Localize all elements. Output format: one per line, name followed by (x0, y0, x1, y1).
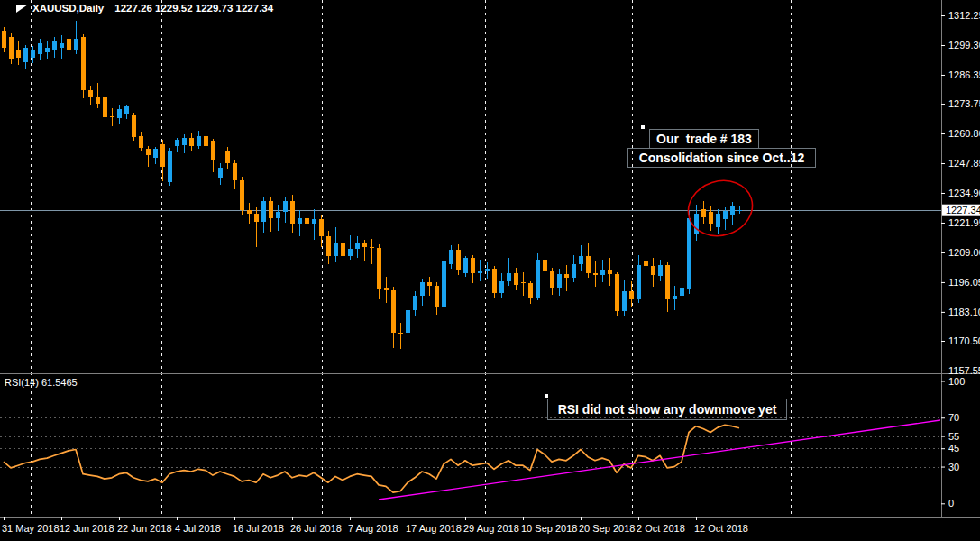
candle-body (240, 180, 244, 210)
chart-canvas[interactable]: 1312.251299.301286.351273.751260.801247.… (0, 0, 980, 541)
candle-body (9, 37, 14, 59)
candle-body (31, 50, 35, 58)
candle-body (442, 261, 446, 307)
consolidation-ellipse[interactable] (681, 172, 759, 243)
candle-body (673, 296, 677, 299)
candle-body (413, 296, 417, 309)
candle-body (261, 201, 266, 222)
time-axis-label: 17 Aug 2018 (406, 523, 462, 534)
annotation-anchor-dot[interactable] (545, 394, 548, 398)
rsi-scale-label: 70 (948, 412, 959, 423)
candle-body (355, 243, 360, 249)
candle-body (572, 264, 576, 278)
candle-body (427, 282, 432, 286)
rsi-scale-label: 55 (948, 431, 959, 442)
candle-body (680, 288, 684, 296)
rsi-line (4, 425, 739, 492)
candle-body (197, 136, 201, 145)
chart-ohlc-readout: 1227.26 1229.52 1229.73 1227.34 (114, 3, 273, 14)
candle-body (471, 258, 475, 273)
candle-body (586, 256, 591, 273)
candle-body (110, 116, 114, 117)
candle-body (247, 210, 252, 214)
candle-body (536, 260, 540, 298)
time-axis-label: 20 Sep 2018 (579, 523, 635, 534)
candle-body (52, 41, 57, 50)
candle-body (298, 218, 302, 224)
candle-body (398, 333, 403, 334)
time-axis-label: 26 Jul 2018 (290, 523, 342, 534)
chart-symbol-timeframe: XAUUSD,Daily (32, 3, 104, 14)
candle-body (716, 214, 720, 227)
rsi-scale-label: 30 (948, 462, 959, 472)
candle-body (269, 201, 273, 218)
candle-body (406, 310, 410, 333)
time-axis-label: 12 Oct 2018 (694, 523, 748, 534)
price-axis-label: 1221.95 (948, 217, 980, 228)
time-axis-label: 4 Jul 2018 (175, 523, 221, 534)
candle-body (521, 282, 526, 283)
candle-body (117, 109, 122, 118)
candle-body (175, 140, 179, 146)
candle-body (644, 261, 648, 266)
annotation-anchor-dot[interactable] (641, 125, 645, 129)
candle-body (622, 291, 627, 311)
candle-body (312, 219, 316, 224)
time-axis-label: 16 Jul 2018 (233, 523, 284, 534)
candle-body (557, 274, 562, 288)
candle-body (528, 283, 533, 298)
candle-body (348, 249, 353, 256)
annotation-rsi-note[interactable]: RSI did not show any downmove yet (547, 399, 787, 420)
time-axis-label: 29 Aug 2018 (463, 523, 519, 534)
candle-body (319, 219, 324, 236)
candle-body (225, 151, 230, 163)
candle-body (88, 90, 93, 97)
rsi-trendline[interactable] (379, 420, 940, 500)
price-axis-label: 1170.50 (948, 335, 980, 346)
price-axis-label: 1299.30 (948, 40, 980, 50)
candle-body (456, 250, 461, 270)
candle-body (507, 273, 511, 281)
candle-body (168, 151, 172, 182)
candle-body (38, 43, 42, 54)
candle-body (362, 243, 367, 247)
candle-body (74, 39, 78, 50)
time-axis-label: 7 Aug 2018 (348, 523, 398, 534)
candle-body (449, 250, 453, 263)
candle-body (16, 50, 21, 58)
price-axis-label: 1273.75 (948, 98, 980, 109)
rsi-scale-label: 45 (948, 443, 959, 454)
candle-body (182, 138, 187, 145)
mt4-chart-window: 1312.251299.301286.351273.751260.801247.… (0, 0, 980, 541)
candle-body (283, 201, 288, 213)
price-axis-label: 1183.10 (948, 307, 980, 317)
candle-body (384, 288, 389, 290)
candle-body (139, 136, 143, 149)
candle-body (658, 265, 663, 276)
rsi-indicator-label: RSI(14) 61.5465 (5, 377, 78, 388)
candle-body (254, 214, 259, 222)
candle-body (96, 97, 100, 103)
candle-body (305, 218, 309, 224)
candle-body (290, 201, 295, 225)
candle-body (564, 274, 569, 278)
candle-body (730, 206, 735, 216)
candle-body (81, 37, 86, 91)
candle-body (153, 149, 158, 158)
annotation-trade-label[interactable]: Our trade # 183 (649, 129, 759, 149)
annotation-consolidation-label[interactable]: Consolidation since Oct..12 (627, 148, 816, 168)
price-axis: 1312.251299.301286.351273.751260.801247.… (941, 10, 980, 509)
candles-layer (2, 21, 742, 350)
candle-body (60, 43, 64, 48)
candle-body (45, 48, 50, 52)
candle-body (132, 115, 136, 136)
candle-body (204, 136, 208, 145)
candle-body (377, 248, 381, 289)
current-price-tag-text: 1227.34 (946, 205, 980, 215)
candle-body (233, 163, 237, 180)
candle-body (435, 286, 439, 307)
time-axis: 31 May 201812 Jun 201822 Jun 20184 Jul 2… (2, 517, 748, 534)
candle-body (543, 260, 547, 271)
candle-body (391, 290, 396, 333)
candle-body (23, 48, 28, 61)
